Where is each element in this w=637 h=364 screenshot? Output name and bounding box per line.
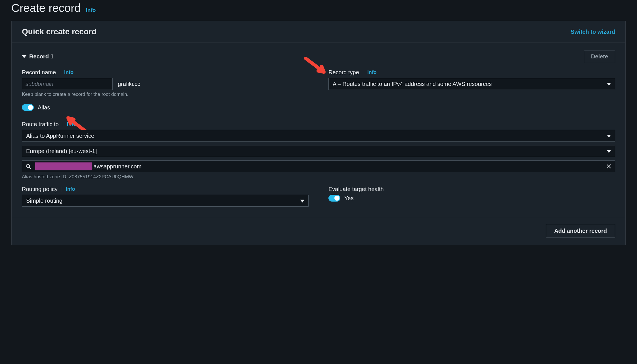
panel-actions: Add another record: [12, 217, 625, 245]
record-type-info-link[interactable]: Info: [367, 69, 377, 75]
svg-line-1: [29, 167, 31, 169]
add-another-record-button[interactable]: Add another record: [546, 224, 615, 238]
alias-target-type-value: Alias to AppRunner service: [26, 133, 94, 139]
evaluate-health-value: Yes: [344, 195, 354, 202]
route-traffic-label: Route traffic to: [22, 121, 59, 128]
alias-toggle[interactable]: [22, 104, 34, 111]
alias-label: Alias: [38, 104, 50, 111]
domain-suffix: grafiki.cc: [118, 81, 140, 87]
record-block: Record 1 Delete Record name Info grafiki…: [12, 43, 625, 217]
page-header: Create record Info: [11, 0, 626, 21]
search-icon: [26, 164, 31, 169]
endpoint-suffix: .awsapprunner.com: [92, 163, 142, 170]
separator: [62, 187, 62, 192]
separator: [363, 70, 363, 75]
svg-point-0: [26, 164, 30, 168]
route-traffic-info-link[interactable]: Info: [67, 121, 76, 127]
panel-header: Quick create record Switch to wizard: [12, 21, 625, 43]
redacted-endpoint-prefix: [35, 162, 92, 170]
evaluate-health-toggle[interactable]: [328, 195, 340, 202]
page-title: Create record: [11, 2, 81, 14]
region-select[interactable]: Europe (Ireland) [eu-west-1]: [22, 145, 615, 157]
record-name-info-link[interactable]: Info: [64, 69, 74, 75]
endpoint-search-input[interactable]: .awsapprunner.com: [22, 160, 615, 172]
quick-create-panel: Quick create record Switch to wizard Rec…: [11, 21, 626, 245]
alias-target-type-select[interactable]: Alias to AppRunner service: [22, 130, 615, 142]
record-type-label: Record type: [328, 69, 359, 76]
record-title-text: Record 1: [29, 53, 54, 60]
record-type-select[interactable]: A – Routes traffic to an IPv4 address an…: [328, 78, 615, 90]
region-value: Europe (Ireland) [eu-west-1]: [26, 148, 97, 155]
caret-down-icon: [22, 55, 26, 58]
switch-to-wizard-link[interactable]: Switch to wizard: [571, 29, 615, 35]
clear-icon[interactable]: [606, 164, 611, 169]
record-collapse-toggle[interactable]: Record 1: [22, 53, 54, 60]
page-info-link[interactable]: Info: [86, 7, 96, 13]
separator: [63, 122, 63, 127]
routing-policy-label: Routing policy: [22, 186, 58, 192]
routing-policy-value: Simple routing: [26, 198, 62, 204]
delete-button[interactable]: Delete: [584, 50, 615, 63]
record-type-value: A – Routes traffic to an IPv4 address an…: [333, 81, 492, 87]
record-name-input[interactable]: [22, 78, 113, 90]
record-name-hint: Keep blank to create a record for the ro…: [22, 92, 309, 97]
panel-title: Quick create record: [22, 27, 97, 36]
routing-policy-select[interactable]: Simple routing: [22, 195, 309, 207]
routing-policy-info-link[interactable]: Info: [66, 186, 75, 192]
alias-hosted-zone: Alias hosted zone ID: Z087551914Z2PCAU0Q…: [22, 174, 615, 180]
record-name-label: Record name: [22, 69, 56, 76]
evaluate-health-label: Evaluate target health: [328, 186, 384, 192]
separator: [60, 70, 60, 75]
